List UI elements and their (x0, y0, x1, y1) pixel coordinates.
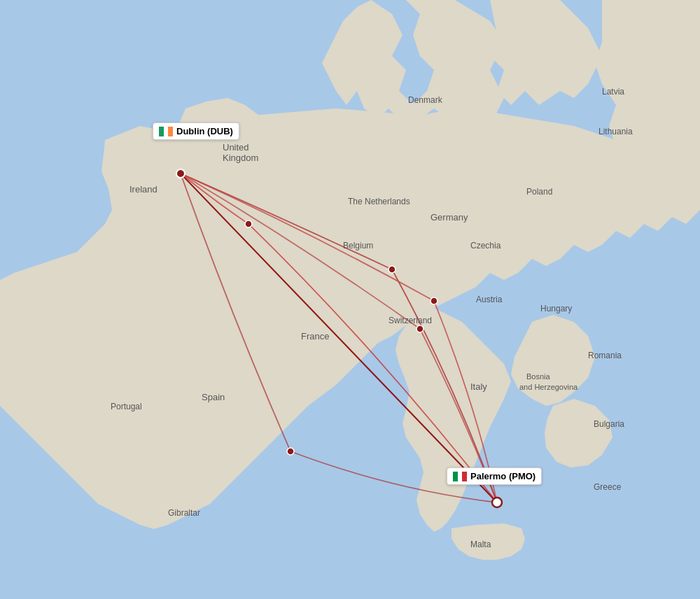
svg-text:Spain: Spain (202, 392, 225, 402)
svg-text:Hungary: Hungary (540, 304, 572, 313)
svg-text:Romania: Romania (588, 351, 622, 360)
svg-text:Belgium: Belgium (343, 241, 373, 251)
svg-text:Germany: Germany (430, 212, 468, 223)
country-ireland: Ireland (130, 184, 158, 195)
svg-text:France: France (301, 331, 329, 341)
svg-point-3 (245, 220, 252, 227)
svg-text:Austria: Austria (476, 295, 503, 304)
svg-text:Switzerland: Switzerland (388, 316, 432, 325)
svg-text:Portugal: Portugal (111, 402, 142, 411)
svg-text:Poland: Poland (526, 187, 552, 197)
svg-text:Denmark: Denmark (408, 95, 443, 105)
svg-text:and Herzegovina: and Herzegovina (519, 383, 578, 391)
svg-text:Bulgaria: Bulgaria (594, 419, 624, 429)
svg-text:Bosnia: Bosnia (526, 372, 551, 381)
svg-point-4 (388, 266, 396, 273)
route-map: Ireland United Kingdom The Netherlands B… (0, 0, 700, 599)
svg-text:United: United (223, 142, 249, 153)
svg-text:Latvia: Latvia (602, 87, 624, 97)
svg-text:Kingdom: Kingdom (223, 153, 258, 163)
svg-point-1 (481, 549, 492, 556)
svg-text:Gibraltar: Gibraltar (168, 508, 200, 518)
svg-point-9 (492, 498, 502, 507)
svg-point-6 (416, 325, 424, 332)
svg-point-8 (176, 169, 185, 178)
map-container: Ireland United Kingdom The Netherlands B… (0, 0, 700, 599)
svg-text:Italy: Italy (470, 381, 487, 392)
svg-point-5 (430, 297, 438, 304)
svg-text:Greece: Greece (594, 482, 622, 492)
svg-text:Czechia: Czechia (470, 241, 501, 251)
svg-text:Lithuania: Lithuania (598, 127, 633, 136)
svg-point-7 (287, 448, 294, 455)
svg-text:Malta: Malta (470, 540, 491, 549)
svg-text:The Netherlands: The Netherlands (348, 197, 410, 206)
